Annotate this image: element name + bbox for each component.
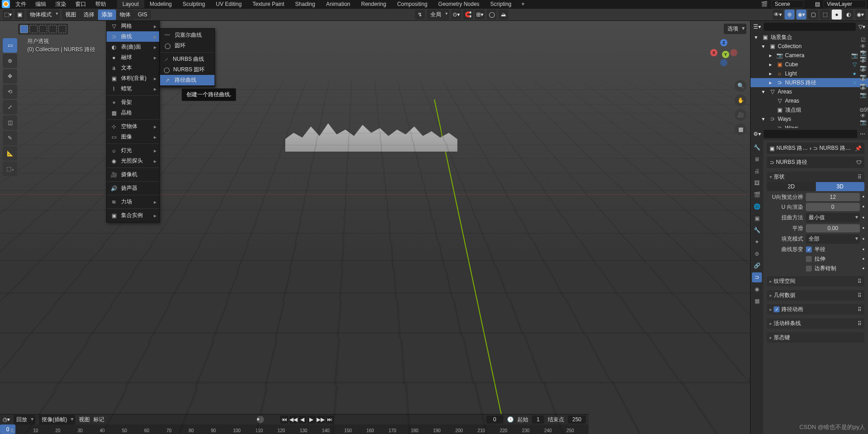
outliner-filter-icon[interactable]: ▽▾ <box>858 24 865 30</box>
pivot-icon[interactable]: ⊙▾ <box>451 10 461 20</box>
check-stretch[interactable] <box>806 256 812 262</box>
btn-2d[interactable]: 2D <box>767 182 816 191</box>
workspace-tab[interactable]: Shading <box>290 0 321 8</box>
add-menu-item[interactable]: ⌖骨架 <box>107 97 159 108</box>
tl-view-menu[interactable]: 视图 <box>79 416 90 424</box>
orientation-icon[interactable]: ↯ <box>415 10 425 20</box>
header-menu[interactable]: 视图 <box>62 10 80 20</box>
add-menu-item[interactable]: ▣集合实例 <box>107 210 159 221</box>
add-menu-item[interactable]: ⌇蜡笔 <box>107 84 159 94</box>
editor-type-icon[interactable]: ⬚▾ <box>3 10 13 20</box>
expand-icon[interactable]: ▾ <box>760 89 767 95</box>
data-name-field[interactable]: ⊃ NURBS 路径 🛡 <box>767 157 864 168</box>
proportional-falloff-icon[interactable]: ⛰ <box>498 10 508 20</box>
panel-shapekeys[interactable]: 形态键 <box>767 332 864 343</box>
outliner-row[interactable]: ▣顶点组⧉99 <box>751 105 868 114</box>
mode-select[interactable]: 物体模式 <box>26 10 60 20</box>
tab-scene-icon[interactable]: 🎬 <box>752 190 762 200</box>
tab-data-icon[interactable]: ⊃ <box>752 272 762 282</box>
play-rev-icon[interactable]: ◀ <box>298 415 307 424</box>
top-menu-窗口[interactable]: 窗口 <box>71 0 91 9</box>
tool-scale[interactable]: ⤢ <box>3 100 17 114</box>
keying-menu[interactable]: 抠像(插帧) <box>39 415 75 424</box>
row-toggles[interactable]: 👁 📷 <box>860 85 866 98</box>
tab-object-icon[interactable]: ▣ <box>752 213 762 223</box>
submenu-item[interactable]: ◯圆环 <box>160 40 215 51</box>
expand-icon[interactable]: ▸ <box>767 79 774 86</box>
workspace-tab[interactable]: Compositing <box>392 0 433 8</box>
end-frame-field[interactable]: 250 <box>568 415 586 424</box>
submenu-item[interactable]: ◯NURBS 圆环 <box>160 64 215 75</box>
outliner-row[interactable]: ▸📷Camera📷👁 📷 <box>751 51 868 60</box>
dimension-toggle[interactable]: 2D 3D <box>767 182 864 191</box>
add-menu-item[interactable]: 🎥摄像机 <box>107 169 159 180</box>
tl-marker-menu[interactable]: 标记 <box>93 416 104 424</box>
outliner-row[interactable]: ▸▣Cube▽👁 📷 <box>751 60 868 69</box>
camera-view-icon[interactable]: 🎥 <box>735 109 746 121</box>
tab-world-icon[interactable]: 🌐 <box>752 202 762 212</box>
tool-transform[interactable]: ◫ <box>3 115 17 130</box>
add-menu-item[interactable]: ⊃曲线 <box>107 31 159 42</box>
add-menu-item[interactable]: ▭图像 <box>107 132 159 142</box>
tool-addcube[interactable]: ⬚₊ <box>3 162 17 176</box>
workspace-tab[interactable]: Animation <box>321 0 356 8</box>
nav-gizmo[interactable]: Z X Y <box>710 39 737 66</box>
add-menu-item[interactable]: ≋力场 <box>107 197 159 207</box>
tab-modifier-icon[interactable]: 🔧 <box>752 225 762 235</box>
shading-rendered-icon[interactable]: ◉▾ <box>855 10 865 20</box>
tool-select[interactable]: ▭ <box>3 38 17 53</box>
header-menu[interactable]: 选择 <box>80 10 98 20</box>
add-menu-item[interactable]: ▣体积(音量) <box>107 73 159 84</box>
field-render-u[interactable]: 0 <box>806 203 860 211</box>
add-menu-item[interactable]: 🔊扬声器 <box>107 183 159 193</box>
header-menu[interactable]: 物体 <box>116 10 134 20</box>
select-twist[interactable]: 最小值 <box>806 213 860 222</box>
prev-key-icon[interactable]: ◀◀ <box>289 415 297 424</box>
tab-output-icon[interactable]: 🖨 <box>752 166 762 176</box>
outliner-search[interactable] <box>764 23 856 31</box>
tab-tool-icon[interactable]: 🔧 <box>752 143 762 153</box>
field-res-u[interactable]: 12 <box>806 193 860 201</box>
visibility-icon[interactable]: 👁▾ <box>773 10 783 20</box>
expand-icon[interactable]: ▸ <box>767 70 774 77</box>
workspace-tab[interactable]: UV Editing <box>210 0 247 8</box>
tab-constraint-icon[interactable]: 🔗 <box>752 261 762 271</box>
start-frame-field[interactable]: 1 <box>532 415 544 424</box>
autokey-toggle[interactable]: ● <box>257 416 264 423</box>
outliner-row[interactable]: ▽Areas <box>751 96 868 105</box>
gizmo-toggle[interactable]: ⊕ <box>785 10 795 20</box>
expand-icon[interactable]: ▾ <box>760 43 767 49</box>
outliner[interactable]: ▾▣场景集合▾▣Collection☑ 👁 📷▸📷Camera📷👁 📷▸▣Cub… <box>751 33 868 128</box>
expand-icon[interactable]: ▾ <box>752 34 760 40</box>
top-menu-帮助[interactable]: 帮助 <box>91 0 111 9</box>
check-pathanim[interactable] <box>774 306 780 312</box>
tab-particle-icon[interactable]: ✦ <box>752 237 762 247</box>
select-subtract-icon[interactable] <box>39 25 47 33</box>
tool-move[interactable]: ✥ <box>3 69 17 84</box>
snap-toggle[interactable]: 🧲 <box>463 10 473 20</box>
workspace-tab[interactable]: Modeling <box>144 0 177 8</box>
playback-menu[interactable]: 回放 <box>14 415 35 424</box>
select-box-icon[interactable] <box>20 25 28 33</box>
outliner-row[interactable]: ▸☼Light●👁 📷 <box>751 69 868 78</box>
jump-end-icon[interactable]: ⏭ <box>326 415 334 424</box>
jump-start-icon[interactable]: ⏮ <box>280 415 288 424</box>
field-smooth[interactable]: 0.00 <box>806 224 860 232</box>
add-menu-item[interactable]: ▽网格 <box>107 21 159 31</box>
expand-icon[interactable]: ▸ <box>767 52 774 59</box>
tool-cursor[interactable]: ⊕ <box>3 54 17 68</box>
orientation-select[interactable]: 全局 <box>427 10 449 20</box>
datablock-breadcrumb[interactable]: ▣ NURBS 路… › ⊃ NURBS 路… 📌 <box>767 143 864 154</box>
play-icon[interactable]: ▶ <box>307 415 316 424</box>
top-menu-渲染[interactable]: 渲染 <box>51 0 71 9</box>
tab-physics-icon[interactable]: ⊚ <box>752 249 762 259</box>
select-extend-icon[interactable] <box>29 25 38 33</box>
snap-target-icon[interactable]: ⊞▾ <box>475 10 485 20</box>
props-options-icon[interactable]: ⋯ <box>860 131 865 137</box>
check-radius[interactable] <box>806 247 812 252</box>
btn-3d[interactable]: 3D <box>816 182 865 191</box>
outliner-row[interactable]: ▸⊃NURBS 路径⊃👁 📷 <box>751 78 868 87</box>
pan-icon[interactable]: ✋ <box>735 94 746 106</box>
top-menu-文件[interactable]: 文件 <box>11 0 31 9</box>
viewport-3d[interactable]: 用户透视 (0) Collection | NURBS 路径 选项 ▭ ⊕ ✥ … <box>0 21 750 434</box>
